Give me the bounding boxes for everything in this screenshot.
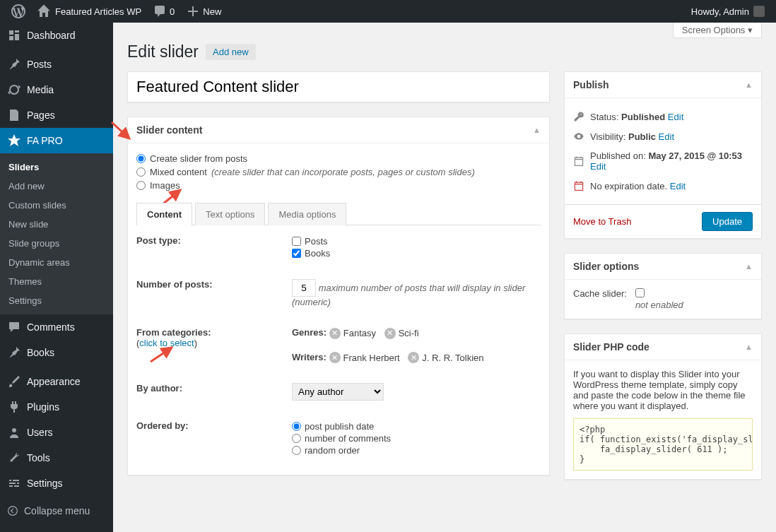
submenu-dynamic-areas[interactable]: Dynamic areas [0,253,113,272]
publish-header[interactable]: Publish▲ [565,72,761,98]
tag-writer: ✕Frank Herbert [329,352,400,363]
tag-genre: ✕Fantasy [329,328,376,339]
plugin-icon [7,400,21,414]
site-link[interactable]: Featured Articles WP [31,0,147,23]
num-posts-label: Number of posts: [136,279,292,307]
num-posts-note: maximum number of posts that will displa… [292,283,525,307]
pin-icon [7,57,21,71]
tab-text-options[interactable]: Text options [195,203,265,225]
php-code-desc: If you want to display this Slider into … [573,369,753,411]
from-categories-label: From categories: (click to select) [136,327,292,363]
plus-icon [186,4,200,18]
collapse-icon: ▲ [745,343,753,351]
submenu-sliders[interactable]: Sliders [0,158,113,177]
radio-from-posts[interactable] [136,154,146,163]
menu-books[interactable]: Books [0,340,113,365]
avatar [753,6,765,17]
user-icon [7,425,21,439]
php-code-block[interactable]: <?php if( function_exists('fa_display_sl… [573,418,753,471]
tab-media-options[interactable]: Media options [268,203,346,225]
collapse-icon: ▲ [745,81,753,89]
pin-icon [7,345,21,360]
remove-tag-icon[interactable]: ✕ [408,352,419,363]
admin-bar: Featured Articles WP 0 New Howdy, Admin [0,0,776,23]
tag-genre: ✕Sci-fi [384,328,419,339]
menu-users[interactable]: Users [0,420,113,445]
checkbox-books[interactable] [292,249,301,258]
menu-media[interactable]: Media [0,77,113,102]
remove-tag-icon[interactable]: ✕ [329,352,341,363]
checkbox-posts[interactable] [292,237,301,246]
radio-images[interactable] [136,181,146,190]
submenu-themes[interactable]: Themes [0,272,113,291]
new-label: New [203,6,221,17]
svg-point-1 [12,428,16,432]
slider-options-header[interactable]: Slider options▲ [565,254,761,280]
author-select[interactable]: Any author [292,383,384,401]
key-icon [573,111,584,122]
radio-mixed[interactable] [136,167,146,177]
menu-plugins[interactable]: Plugins [0,394,113,420]
remove-tag-icon[interactable]: ✕ [329,328,341,339]
menu-posts[interactable]: Posts [0,52,113,77]
submenu-new-slide[interactable]: New slide [0,215,113,234]
add-new-button[interactable]: Add new [206,44,256,60]
submenu-custom-slides[interactable]: Custom slides [0,196,113,215]
menu-settings[interactable]: Settings [0,471,113,496]
calendar-icon [573,155,584,167]
slider-title-input[interactable] [128,72,549,102]
slider-content-header[interactable]: Slider content ▲ [128,117,549,143]
edit-expiration-link[interactable]: Edit [670,181,686,191]
menu-dashboard[interactable]: Dashboard [0,23,113,48]
submenu-slide-groups[interactable]: Slide groups [0,234,113,253]
home-icon [37,4,51,18]
sliders-icon [7,476,21,490]
collapse-icon: ▲ [745,262,753,271]
radio-order-date[interactable] [292,422,301,431]
publish-box: Publish▲ Status: Published Edit Visibili… [564,71,762,239]
remove-tag-icon[interactable]: ✕ [384,328,396,339]
num-posts-input[interactable] [292,279,316,297]
submenu-add-new[interactable]: Add new [0,177,113,196]
submenu-settings[interactable]: Settings [0,291,113,310]
edit-visibility-link[interactable]: Edit [659,131,674,142]
menu-fapro[interactable]: FA PRO [0,128,113,153]
calendar-icon [573,180,584,191]
brush-icon [7,374,21,389]
eye-icon [573,131,584,142]
page-icon [7,108,21,122]
menu-pages[interactable]: Pages [0,102,113,128]
php-code-box: Slider PHP code▲ If you want to display … [564,333,762,480]
move-to-trash-link[interactable]: Move to Trash [573,216,631,227]
cache-checkbox[interactable] [635,288,645,297]
comment-icon [7,320,21,334]
php-code-header[interactable]: Slider PHP code▲ [565,334,761,360]
ordered-by-label: Ordered by: [136,420,292,456]
page-title: Edit slider Add new [127,42,762,61]
wrench-icon [7,451,21,465]
edit-status-link[interactable]: Edit [668,112,683,122]
dashboard-icon [7,28,21,42]
menu-tools[interactable]: Tools [0,445,113,471]
menu-comments[interactable]: Comments [0,314,113,340]
wp-logo[interactable] [6,0,31,23]
star-icon [7,134,21,148]
admin-menu: Dashboard Posts Media Pages FA PRO Slide… [0,23,113,532]
content-tabs: Content Text options Media options [136,202,541,225]
cache-label: Cache slider: [573,288,627,299]
comments-link[interactable]: 0 [147,0,180,23]
screen-options-button[interactable]: Screen Options [673,23,762,38]
radio-order-comments[interactable] [292,434,301,443]
collapse-menu[interactable]: Collapse menu [0,500,113,522]
post-type-label: Post type: [136,235,292,259]
edit-date-link[interactable]: Edit [590,161,606,172]
new-link[interactable]: New [180,0,227,23]
update-button[interactable]: Update [702,212,753,231]
menu-appearance[interactable]: Appearance [0,369,113,394]
click-to-select-link[interactable]: click to select [139,338,194,348]
collapse-icon: ▲ [533,126,541,134]
comments-count: 0 [170,6,175,17]
howdy-link[interactable]: Howdy, Admin [686,0,770,23]
tab-content[interactable]: Content [136,203,192,225]
radio-order-random[interactable] [292,446,301,455]
